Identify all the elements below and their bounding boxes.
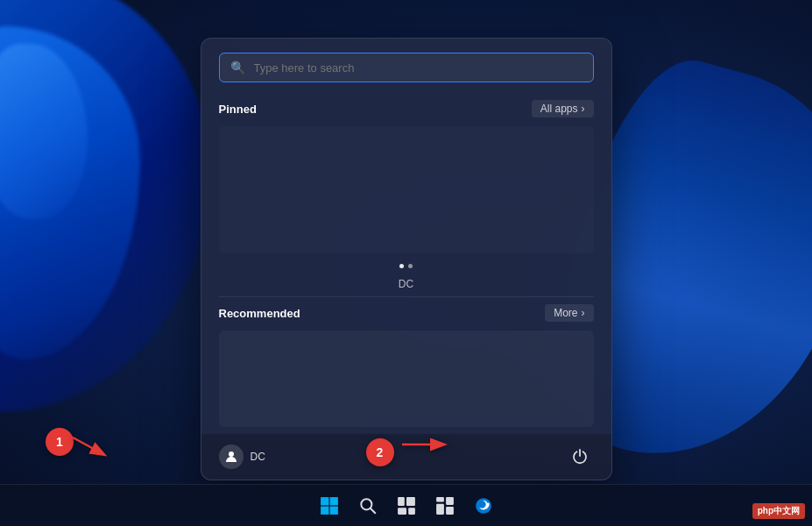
svg-point-0 [229,451,234,457]
pinned-section: Pinned All apps › [201,93,611,260]
svg-rect-10 [408,508,415,515]
user-label: DC [399,278,413,290]
pinned-apps-grid [219,126,594,253]
all-apps-button[interactable]: All apps › [532,100,594,117]
taskbar-icons [312,488,501,523]
taskbar [0,484,812,526]
step-badge-2: 2 [366,438,394,466]
scroll-dot-2 [408,264,413,268]
user-area-middle: DC [201,270,611,296]
search-input[interactable] [254,61,583,75]
user-info[interactable]: DC [219,444,265,469]
recommended-apps-area [219,331,594,427]
task-view-button[interactable] [389,488,424,523]
recommended-section: Recommended More › [201,297,611,434]
svg-rect-14 [446,507,454,515]
more-button[interactable]: More › [545,304,593,322]
search-icon: 🔍 [230,60,245,75]
svg-rect-8 [406,497,415,506]
pinned-title: Pinned [219,103,257,116]
svg-rect-7 [398,497,405,506]
start-button[interactable] [312,488,347,523]
start-menu: 🔍 Pinned All apps › DC Recommended More [201,38,612,480]
widgets-button[interactable] [427,488,462,523]
svg-rect-12 [446,497,454,505]
pinned-header: Pinned All apps › [219,100,594,117]
svg-line-15 [73,437,103,454]
svg-line-6 [370,508,375,513]
search-taskbar-button[interactable] [350,488,385,523]
scroll-dot-1 [399,264,404,268]
svg-rect-2 [329,497,337,505]
arrow-1 [68,433,112,463]
recommended-header: Recommended More › [219,304,594,322]
svg-rect-9 [398,508,406,515]
watermark: php中文网 [752,503,805,519]
svg-rect-13 [436,503,444,514]
power-button[interactable] [566,443,594,471]
recommended-title: Recommended [219,307,300,320]
user-name: DC [251,451,265,463]
avatar [219,444,244,469]
svg-rect-11 [436,497,444,502]
search-bar[interactable]: 🔍 [219,53,594,82]
svg-rect-3 [321,506,328,514]
svg-rect-1 [321,497,328,505]
svg-rect-4 [329,506,337,514]
browser-button[interactable] [466,488,501,523]
arrow-2 [398,434,450,459]
page-indicator [201,264,611,268]
svg-point-5 [361,499,371,509]
